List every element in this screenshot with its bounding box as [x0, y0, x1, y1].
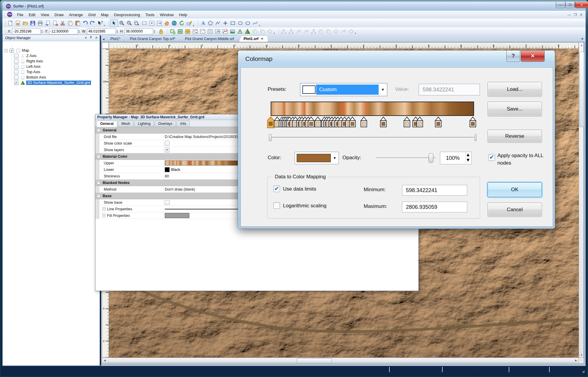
property-checkbox[interactable] — [165, 141, 170, 146]
coordinate-input[interactable] — [12, 28, 41, 34]
expand-icon[interactable]: + — [102, 207, 106, 211]
text-icon[interactable]: A — [199, 19, 207, 27]
lower-color-swatch[interactable] — [165, 167, 170, 172]
redo-icon[interactable] — [89, 19, 96, 27]
minimum-field[interactable]: 598.3422241 — [402, 185, 467, 196]
section-collapse-icon[interactable]: − — [97, 155, 100, 158]
post-layer-icon[interactable] — [191, 28, 199, 35]
node-position-slider[interactable] — [269, 134, 476, 141]
edit-layers-icon[interactable] — [185, 19, 193, 27]
map-view-icon[interactable] — [170, 19, 178, 27]
fill-properties-swatch[interactable] — [165, 213, 189, 218]
dialog-close-button[interactable]: ✕ — [521, 50, 545, 62]
tab-plot1-srf[interactable]: Plot1.srf✕ — [239, 35, 268, 42]
tree-item-top-axis[interactable]: Top Axis — [14, 69, 40, 75]
rotate-nodes-icon[interactable] — [332, 28, 340, 35]
coordinate-input[interactable] — [49, 28, 78, 34]
horizontal-scrollbar[interactable]: ◀ ▶ — [102, 358, 579, 363]
tree-item-label[interactable]: 3D Surface-Maverick_Surfer_Grid.grd — [26, 81, 91, 85]
toolbar-grip[interactable] — [166, 29, 168, 34]
reshape-icon[interactable] — [280, 28, 287, 35]
menu-window[interactable]: Window — [157, 11, 176, 18]
scroll-right-icon[interactable]: ▶ — [574, 358, 578, 363]
snap-to-point-icon[interactable] — [287, 28, 295, 35]
toolbar-overflow-icon[interactable]: ▾ — [355, 32, 356, 35]
mdi-close-icon[interactable]: ✕ — [580, 13, 583, 17]
section-collapse-icon[interactable]: − — [97, 194, 100, 197]
pm-tab-mesh[interactable]: Mesh — [118, 121, 134, 127]
slider-thumb[interactable] — [269, 134, 272, 141]
symbol-icon[interactable] — [222, 19, 229, 27]
menu-map[interactable]: Map — [98, 11, 111, 18]
spinner[interactable]: ▲▼ — [116, 30, 118, 33]
tree-item-right-axis[interactable]: Right Axis — [14, 59, 43, 64]
spin-down-icon[interactable]: ▼ — [41, 31, 43, 33]
close-button[interactable]: ✕ — [575, 2, 588, 8]
property-checkbox[interactable]: ✔ — [165, 148, 170, 152]
dialog-help-button[interactable]: ? — [506, 50, 520, 62]
tree-item-label[interactable]: Right Axis — [26, 59, 43, 63]
panel-close-icon[interactable]: ✕ — [95, 36, 98, 40]
pm-tab-general[interactable]: General — [97, 121, 117, 127]
zoom-in-icon[interactable] — [118, 19, 126, 27]
rectangle-icon[interactable] — [229, 19, 237, 27]
spinner[interactable]: ▲▼ — [78, 30, 80, 33]
tree-item-map[interactable]: −✔Map — [4, 48, 29, 53]
copy-icon[interactable] — [66, 19, 74, 27]
logarithmic-scaling-checkbox[interactable] — [273, 202, 280, 209]
tree-checkbox[interactable]: ✔ — [14, 81, 19, 85]
zoom-window-icon[interactable] — [133, 19, 141, 27]
zoom-page-icon[interactable] — [148, 19, 156, 27]
mdi-minimize-icon[interactable]: — — [568, 13, 571, 16]
colormap-nodes[interactable] — [267, 116, 478, 128]
menu-help[interactable]: Help — [176, 11, 190, 18]
tree-item-label[interactable]: Bottom Axis — [26, 75, 46, 79]
zoom-out-icon[interactable] — [126, 19, 133, 27]
menu-file[interactable]: File — [14, 11, 26, 18]
colormap-node[interactable] — [315, 117, 321, 127]
dropdown-arrow-icon[interactable]: ▼ — [379, 88, 387, 92]
tree-checkbox[interactable] — [14, 54, 19, 58]
spin-down-icon[interactable]: ▼ — [153, 31, 155, 33]
move-nodes-icon[interactable] — [310, 28, 317, 35]
apply-opacity-checkbox[interactable]: ✔ — [488, 154, 495, 161]
profile-icon[interactable] — [221, 28, 229, 35]
tab-plot1[interactable]: Plot1* — [106, 35, 125, 42]
scroll-up-icon[interactable]: ▲ — [579, 43, 584, 47]
menu-edit[interactable]: Edit — [26, 11, 38, 18]
section-collapse-icon[interactable]: − — [97, 128, 100, 132]
tree-item-label[interactable]: Left Axis — [26, 65, 40, 69]
tree-item-bottom-axis[interactable]: Bottom Axis — [14, 75, 46, 80]
menu-view[interactable]: View — [38, 11, 52, 18]
toolbar-overflow-icon[interactable]: ▾ — [274, 32, 275, 35]
tree-checkbox[interactable] — [14, 70, 19, 74]
menu-geoprocessing[interactable]: Geoprocessing — [111, 11, 143, 18]
vertical-scroll-thumb[interactable] — [579, 52, 584, 127]
tab-scroll-left-icon[interactable]: ◀ — [101, 36, 106, 42]
lock-icon[interactable] — [157, 28, 165, 35]
tree-checkbox[interactable] — [14, 65, 19, 69]
open-icon[interactable] — [22, 19, 29, 27]
opacity-slider-thumb[interactable] — [429, 153, 433, 163]
polyline-icon[interactable] — [214, 19, 222, 27]
spline-icon[interactable] — [252, 19, 259, 27]
colormap-node[interactable] — [404, 117, 410, 127]
tree-expander-icon[interactable]: − — [4, 49, 8, 52]
spin-up-icon[interactable]: ▲ — [466, 152, 471, 157]
line-properties-swatch[interactable] — [165, 209, 238, 209]
select-icon[interactable] — [110, 19, 118, 27]
classed-post-layer-icon[interactable] — [199, 28, 206, 35]
undo-icon[interactable] — [81, 19, 89, 27]
maximum-field[interactable]: 2806.935059 — [402, 202, 467, 212]
upper-colormap-swatch[interactable] — [165, 160, 238, 165]
minimize-button[interactable]: — — [556, 2, 565, 8]
zoom-full-screen-icon[interactable] — [156, 19, 163, 27]
panel-menu-icon[interactable]: ▾ — [85, 36, 87, 40]
menu-arrange[interactable]: Arrange — [66, 11, 86, 18]
map-limits-icon[interactable] — [266, 28, 274, 35]
stack-maps-icon[interactable] — [251, 28, 259, 35]
horizontal-scroll-thumb[interactable] — [297, 358, 332, 363]
tree-checkbox[interactable] — [14, 75, 19, 80]
transform-nodes-icon[interactable] — [347, 28, 355, 35]
pm-tab-info[interactable]: Info — [176, 121, 190, 127]
